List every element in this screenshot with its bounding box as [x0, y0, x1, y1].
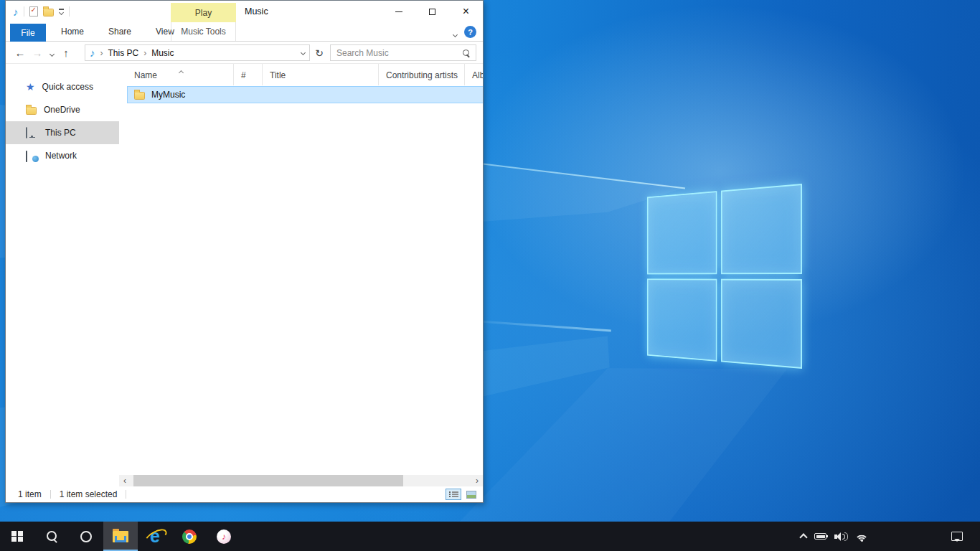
thumbnails-view-button[interactable]	[463, 489, 479, 500]
action-center-button[interactable]	[943, 522, 971, 551]
sidebar-item-onedrive[interactable]: OneDrive	[6, 98, 119, 121]
back-button[interactable]: ←	[11, 47, 29, 58]
status-bar: 1 item 1 item selected	[6, 486, 483, 502]
item-count: 1 item	[18, 489, 42, 499]
itunes-icon: ♪	[217, 529, 231, 544]
address-bar-row: ← → ↑ ♪ › This PC › Music ↻	[6, 42, 483, 64]
address-music-note-icon: ♪	[90, 47, 95, 58]
onedrive-folder-icon	[26, 107, 37, 115]
chrome-icon	[182, 529, 197, 544]
horizontal-scrollbar[interactable]: ‹ ›	[119, 475, 483, 486]
tab-share[interactable]: Share	[96, 22, 143, 41]
sidebar-item-network[interactable]: Network	[6, 144, 119, 167]
recent-locations-button[interactable]	[46, 48, 57, 58]
quick-access-toolbar: ♪ ✓	[13, 1, 70, 22]
maximize-button[interactable]	[415, 1, 449, 22]
file-row-mymusic[interactable]: MyMusic	[127, 86, 483, 103]
internet-explorer-taskbar-button[interactable]: e	[138, 522, 172, 551]
internet-explorer-icon: e	[145, 527, 165, 546]
chevron-right-icon: ›	[143, 48, 146, 58]
scrollbar-track[interactable]	[131, 475, 471, 486]
scrollbar-thumb[interactable]	[133, 475, 403, 486]
column-header-number[interactable]: #	[234, 64, 263, 85]
windows-logo	[647, 184, 802, 369]
toolbar-separator	[24, 6, 24, 17]
view-toggle-buttons	[446, 489, 479, 500]
chevron-down-icon	[58, 10, 63, 15]
column-header-contributing-artists[interactable]: Contributing artists	[379, 64, 465, 85]
file-explorer-taskbar-button[interactable]	[103, 522, 138, 551]
status-separator	[126, 490, 126, 499]
folder-icon	[134, 92, 145, 100]
close-icon: ×	[463, 5, 469, 18]
music-note-icon: ♪	[222, 532, 226, 542]
close-button[interactable]: ×	[449, 1, 483, 22]
search-input[interactable]	[336, 48, 458, 58]
column-headers: Name # Title Contributing artists Alb	[119, 64, 483, 85]
maximize-icon	[429, 9, 435, 15]
refresh-button[interactable]: ↻	[313, 44, 326, 61]
taskbar: e ♪	[0, 522, 980, 551]
scroll-left-arrow[interactable]: ‹	[119, 475, 131, 486]
window-music-note-icon: ♪	[13, 6, 19, 17]
windows-start-icon	[11, 531, 23, 542]
check-icon: ✓	[31, 6, 37, 14]
navigation-buttons: ← → ↑	[11, 42, 75, 64]
sidebar-item-label: Quick access	[42, 82, 93, 92]
search-box[interactable]	[330, 44, 476, 61]
new-folder-button[interactable]	[43, 9, 54, 17]
help-button[interactable]: ?	[464, 26, 476, 38]
title-bar: ♪ ✓ Play Music ×	[6, 1, 483, 22]
file-name: MyMusic	[151, 90, 185, 100]
tab-play[interactable]: Play	[171, 3, 236, 22]
search-icon[interactable]	[463, 50, 470, 57]
details-view-icon	[449, 491, 458, 493]
minimize-button[interactable]	[382, 1, 415, 22]
wifi-icon[interactable]	[855, 532, 868, 542]
column-header-title[interactable]: Title	[263, 64, 379, 85]
network-computer-icon	[26, 151, 38, 161]
taskbar-search-button[interactable]	[34, 522, 69, 551]
details-view-button[interactable]	[446, 489, 461, 500]
selection-status: 1 item selected	[60, 489, 118, 499]
hidden-icons-chevron[interactable]	[799, 533, 807, 541]
up-button[interactable]: ↑	[57, 47, 75, 58]
quick-access-star-icon: ★	[26, 82, 35, 92]
minimize-icon	[395, 11, 402, 12]
itunes-taskbar-button[interactable]: ♪	[207, 522, 241, 551]
battery-icon[interactable]	[814, 533, 826, 540]
start-button[interactable]	[0, 522, 34, 551]
tab-file[interactable]: File	[10, 24, 46, 42]
chrome-taskbar-button[interactable]	[172, 522, 207, 551]
ribbon-tab-row: File Home Share View Music Tools ?	[6, 22, 483, 42]
chevron-down-icon	[49, 51, 54, 56]
navigation-pane: ★ Quick access OneDrive This PC Network	[6, 64, 119, 486]
breadcrumb-music[interactable]: Music	[151, 48, 174, 58]
file-list-pane: Name # Title Contributing artists Alb My…	[119, 64, 483, 475]
sidebar-item-label: OneDrive	[44, 105, 80, 115]
thumbnails-view-icon	[466, 491, 476, 499]
cortana-button[interactable]	[69, 522, 103, 551]
address-dropdown-icon[interactable]	[301, 50, 306, 55]
collapse-ribbon-button[interactable]	[453, 29, 457, 39]
chevron-down-icon	[453, 32, 458, 37]
desktop: ♪ ✓ Play Music × File Home Share View	[0, 0, 980, 551]
column-header-album[interactable]: Alb	[465, 64, 483, 85]
breadcrumb-this-pc[interactable]: This PC	[108, 48, 139, 58]
address-bar[interactable]: ♪ › This PC › Music	[85, 44, 310, 61]
window-title: Music	[245, 1, 268, 22]
help-icon: ?	[468, 28, 473, 37]
computer-monitor-icon	[26, 128, 38, 138]
windows-logo-pane	[721, 184, 802, 274]
volume-icon[interactable]	[834, 532, 847, 542]
scroll-right-arrow[interactable]: ›	[471, 475, 483, 486]
forward-button[interactable]: →	[29, 47, 46, 58]
cortana-circle-icon	[80, 531, 92, 542]
tab-home[interactable]: Home	[49, 22, 96, 41]
column-header-name[interactable]: Name	[127, 64, 234, 85]
windows-logo-pane	[647, 278, 717, 362]
properties-button[interactable]: ✓	[29, 6, 38, 17]
sidebar-item-quick-access[interactable]: ★ Quick access	[6, 75, 119, 98]
customize-quick-access-button[interactable]	[59, 9, 64, 14]
sidebar-item-this-pc[interactable]: This PC	[6, 121, 119, 144]
